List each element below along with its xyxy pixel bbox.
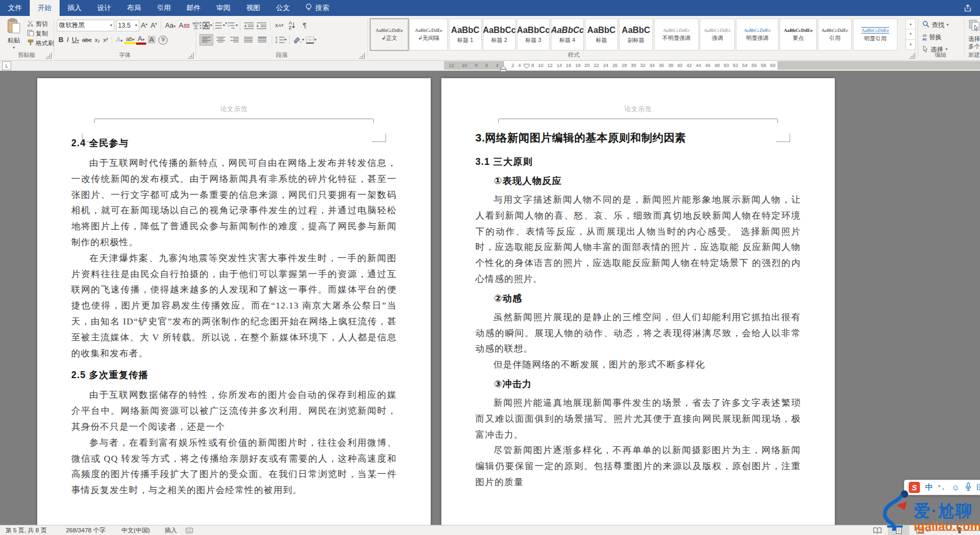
tab-stop-selector[interactable]: L: [2, 61, 11, 70]
menu-tab-设计[interactable]: 设计: [89, 0, 119, 16]
first-line-indent-marker[interactable]: [524, 61, 530, 71]
language-status[interactable]: 中文(中国): [121, 526, 150, 534]
line-spacing-icon[interactable]: ▾: [274, 35, 287, 45]
document-area[interactable]: 论文示范 2.4 全民参与由于互联网时代传播的新特点，网民可自由在网络上发布并转…: [0, 71, 980, 525]
right_page-h2-1[interactable]: 3.1 三大原则: [475, 155, 801, 169]
shading-icon[interactable]: ▾: [292, 35, 305, 45]
justify-icon[interactable]: [242, 35, 255, 45]
increase-indent-icon[interactable]: [255, 20, 268, 31]
shrink-font-icon[interactable]: A▾: [149, 21, 158, 29]
align-left-icon[interactable]: [199, 34, 213, 46]
style-item-明显引用[interactable]: AaBbCcDdEe明显引用: [853, 19, 898, 51]
change-case-icon[interactable]: Aa▾: [163, 21, 177, 29]
font-color-icon[interactable]: A▾: [136, 35, 146, 45]
find-button[interactable]: 查找 ▾: [923, 20, 949, 30]
menu-tab-视图[interactable]: 视图: [238, 0, 268, 16]
right_page-h3-4[interactable]: ②动感: [475, 291, 801, 305]
right_page-p-6[interactable]: 但是伴随网络的不断发展，图片的形式不断多样化: [475, 357, 801, 373]
style-item-明显强调[interactable]: AaBbCcDdEe明显强调: [736, 19, 778, 51]
clipboard-dialog-launcher[interactable]: [46, 53, 52, 58]
page-6-content[interactable]: 3.网络新闻图片编辑的基本原则和制约因素3.1 三大原则①表现人物反应与用文字描…: [475, 129, 801, 525]
style-item-标题 3[interactable]: AaBbCc标题 3: [517, 19, 550, 51]
character-shading-icon[interactable]: A: [146, 36, 157, 44]
insert-mode-status[interactable]: 插入: [165, 526, 177, 534]
menu-tab-布局[interactable]: 布局: [119, 0, 149, 16]
replace-button[interactable]: abac 替换: [923, 32, 942, 43]
style-item-标题 4[interactable]: AaBbCc标题 4: [551, 19, 584, 51]
style-item-标题 1[interactable]: AaBbC标题 1: [449, 19, 482, 51]
menu-tab-文件[interactable]: 文件: [0, 0, 30, 16]
align-center-icon[interactable]: [214, 35, 227, 45]
font-dialog-launcher[interactable]: [188, 53, 194, 58]
paste-button[interactable]: 粘贴 ▾: [2, 19, 26, 49]
cut-button[interactable]: 剪切: [27, 19, 53, 29]
style-item-不明显强调[interactable]: AaBbCcDdEe不明显强调: [654, 19, 699, 51]
page-number-status[interactable]: 第 5 页, 共 8 页: [5, 526, 47, 534]
style-item-引用[interactable]: AaBbCcDdEe引用: [818, 19, 852, 51]
style-item-正文[interactable]: AaBbCcDdEe↲正文: [370, 19, 408, 51]
copy-button[interactable]: 复制: [27, 29, 53, 38]
menu-tab-公文[interactable]: 公文: [268, 0, 298, 16]
enclose-characters-icon[interactable]: 字: [157, 35, 169, 45]
select-objects-icon[interactable]: [969, 20, 980, 35]
menu-tab-引用[interactable]: 引用: [149, 0, 179, 16]
italic-icon[interactable]: I: [65, 36, 70, 44]
left-indent-marker[interactable]: [500, 64, 506, 74]
subscript-icon[interactable]: x₂: [93, 37, 102, 43]
left_page-p-1[interactable]: 由于互联网时代传播的新特点，网民可自由在网络上发布并转发信息，一改传统新闻的发布…: [71, 155, 397, 250]
styles-dialog-launcher[interactable]: [909, 53, 915, 58]
numbering-icon[interactable]: ▾: [212, 20, 225, 31]
style-item-副标题[interactable]: AaBbC副标题: [619, 19, 653, 51]
style-item-标题 2[interactable]: AaBbCc标题 2: [483, 19, 516, 51]
gallery-up-icon[interactable]: ▲: [906, 19, 916, 29]
horizontal-ruler[interactable]: L 12108642 24681012141618202224262830323…: [0, 60, 980, 71]
word-count-status[interactable]: 268/3478 个字: [66, 526, 105, 534]
menu-tab-插入[interactable]: 插入: [60, 0, 89, 16]
page-5-content[interactable]: 2.4 全民参与由于互联网时代传播的新特点，网民可自由在网络上发布并转发信息，一…: [71, 129, 397, 525]
text-effects-icon[interactable]: A▾: [114, 36, 124, 44]
highlight-color-icon[interactable]: ab▾: [124, 36, 136, 44]
left_page-h2-0[interactable]: 2.4 全民参与: [71, 136, 397, 150]
multilevel-list-icon[interactable]: ▾: [225, 20, 238, 31]
underline-icon[interactable]: U▾: [70, 36, 80, 44]
right_page-p-9[interactable]: 尽管新闻图片逐渐多样化，不再单单的以新闻摄影图片为主，网络新闻编辑仍要保留一定的…: [475, 442, 801, 490]
style-item-强调[interactable]: AaBbCcDdEe强调: [700, 19, 735, 51]
strikethrough-icon[interactable]: abc: [80, 37, 93, 43]
left_page-h2-3[interactable]: 2.5 多次重复传播: [71, 368, 397, 382]
bullets-icon[interactable]: ▾: [199, 20, 212, 31]
right_page-p-5[interactable]: 虽然新闻照片展现的是静止的三维空间，但人们却能利用它抓拍出很有动感的瞬间。展现人…: [475, 310, 801, 357]
bold-icon[interactable]: B: [57, 36, 65, 44]
style-item-要点[interactable]: AaBbCcDdEe要点: [780, 19, 817, 51]
decrease-indent-icon[interactable]: [242, 20, 255, 31]
gallery-down-icon[interactable]: ▼: [906, 29, 916, 39]
page-6[interactable]: 论文示范 3.网络新闻图片编辑的基本原则和制约因素3.1 三大原则①表现人物反应…: [441, 78, 835, 525]
style-item-标题[interactable]: AaBbC标题: [585, 19, 618, 51]
gallery-more-icon[interactable]: ▼: [906, 39, 916, 50]
font-size-combo[interactable]: 13.5 ▾: [116, 20, 139, 31]
menu-tab-邮件[interactable]: 邮件: [179, 0, 208, 16]
right_page-p-3[interactable]: 与用文字描述新闻人物不同的是，新闻照片能形象地展示新闻人物，让人看到新闻人物的喜…: [475, 192, 801, 287]
distribute-icon[interactable]: [256, 35, 269, 45]
grow-font-icon[interactable]: A▴: [139, 21, 149, 29]
borders-icon[interactable]: ▾: [305, 35, 317, 45]
page-5[interactable]: 论文示范 2.4 全民参与由于互联网时代传播的新特点，网民可自由在网络上发布并转…: [37, 78, 431, 525]
left_page-p-2[interactable]: 在天津爆炸案、九寨沟地震等突发性灾害大事件发生时，一手的新闻图片资料往往是由民众…: [71, 250, 397, 362]
proofing-icon[interactable]: [186, 528, 193, 533]
left_page-p-5[interactable]: 参与者，在看到富有娱乐性或有价值的新闻图片时，往往会利用微博、微信或 QQ 转发…: [71, 435, 397, 498]
asian-layout-icon[interactable]: XA▾: [273, 20, 286, 31]
left_page-p-4[interactable]: 由于互联网数据储存的特性，你所发布的图片会自动的保存到相应的媒介平台中。网络新闻…: [71, 387, 397, 434]
right_page-h3-2[interactable]: ①表现人物反应: [475, 174, 801, 188]
tell-me-search[interactable]: 搜索: [305, 0, 329, 16]
right_page-h1-0[interactable]: 3.网络新闻图片编辑的基本原则和制约因素: [475, 129, 801, 146]
font-name-combo[interactable]: 微软雅黑 ▾: [57, 20, 114, 31]
menu-tab-开始[interactable]: 开始: [30, 0, 60, 16]
menu-tab-审阅[interactable]: 审阅: [208, 0, 238, 16]
format-painter-button[interactable]: 格式刷: [27, 38, 53, 48]
clear-formatting-icon[interactable]: A: [177, 21, 191, 29]
right_page-h3-7[interactable]: ③冲击力: [475, 377, 801, 391]
superscript-icon[interactable]: x²: [102, 37, 110, 43]
style-item-无间隔[interactable]: AaBbCcDdEe↲无间隔: [409, 19, 448, 51]
share-icon[interactable]: [963, 4, 973, 14]
align-right-icon[interactable]: [228, 35, 241, 45]
show-marks-icon[interactable]: ¶: [298, 20, 311, 31]
